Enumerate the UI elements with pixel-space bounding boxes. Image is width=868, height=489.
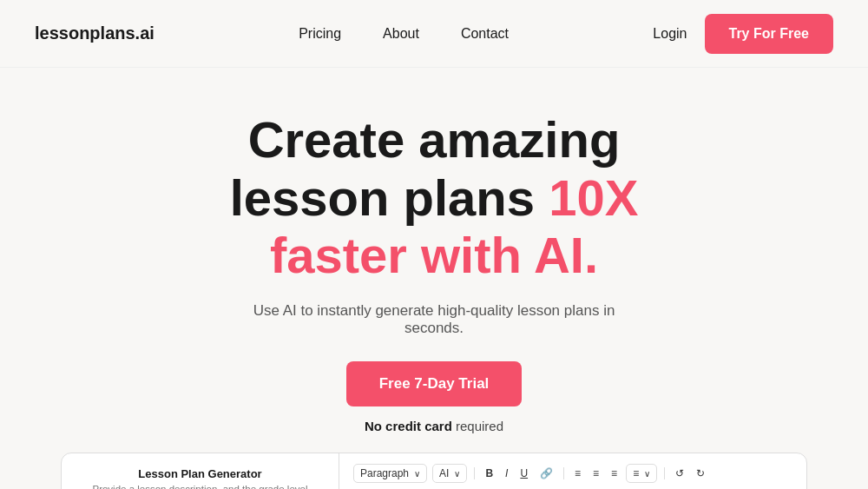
paragraph-label: Paragraph [360, 467, 409, 479]
free-trial-button[interactable]: Free 7-Day Trial [346, 361, 523, 406]
align-dropdown[interactable]: ≡ ∨ [626, 464, 657, 483]
italic-button[interactable]: I [502, 466, 511, 480]
navbar: lessonplans.ai Pricing About Contact Log… [0, 0, 868, 68]
paragraph-chevron-icon: ∨ [414, 469, 420, 479]
bullet-list-button[interactable]: ≡ [571, 466, 584, 480]
no-credit-card-text: No credit card required [365, 419, 503, 433]
preview-container: Lesson Plan Generator Provide a lesson d… [0, 453, 868, 489]
hero-section: Create amazing lesson plans 10X faster w… [0, 68, 868, 489]
ai-label: AI [439, 467, 449, 479]
nav-links: Pricing About Contact [299, 26, 509, 42]
hero-title-line2: lesson plans [230, 169, 549, 226]
undo-button[interactable]: ↺ [672, 466, 687, 480]
login-button[interactable]: Login [653, 26, 687, 42]
paragraph-dropdown[interactable]: Paragraph ∨ [353, 464, 427, 483]
toolbar-separator-2 [563, 467, 564, 479]
preview-right-panel: Paragraph ∨ AI ∨ B I U 🔗 ≡ ≡ ≡ [339, 453, 806, 489]
no-credit-card-bold: No credit card [365, 419, 452, 433]
nav-about[interactable]: About [383, 26, 419, 42]
ai-dropdown[interactable]: AI ∨ [432, 464, 467, 483]
align-chevron-icon: ∨ [644, 469, 650, 479]
lesson-plan-generator-desc: Provide a lesson description, and the gr… [79, 484, 321, 489]
hero-title-line1: Create amazing [248, 111, 621, 168]
bold-button[interactable]: B [482, 466, 496, 480]
hero-title-line3: faster with AI. [270, 227, 598, 283]
lesson-plan-generator-title: Lesson Plan Generator [79, 467, 321, 480]
indent-button[interactable]: ≡ [608, 466, 621, 480]
no-credit-card-suffix: required [452, 419, 503, 433]
logo: lessonplans.ai [35, 23, 155, 43]
logo-suffix: .ai [135, 23, 155, 43]
preview-card: Lesson Plan Generator Provide a lesson d… [61, 453, 807, 489]
underline-button[interactable]: U [516, 466, 531, 480]
hero-title-highlight: 10X [549, 169, 638, 226]
link-button[interactable]: 🔗 [536, 466, 556, 480]
editor-toolbar: Paragraph ∨ AI ∨ B I U 🔗 ≡ ≡ ≡ [353, 464, 792, 483]
nav-contact[interactable]: Contact [461, 26, 509, 42]
navbar-actions: Login Try For Free [653, 14, 833, 54]
try-for-free-button[interactable]: Try For Free [705, 14, 833, 54]
toolbar-separator-3 [664, 467, 665, 479]
hero-title: Create amazing lesson plans 10X faster w… [230, 111, 639, 285]
nav-pricing[interactable]: Pricing [299, 26, 341, 42]
redo-button[interactable]: ↻ [693, 466, 708, 480]
toolbar-separator-1 [474, 467, 475, 479]
ordered-list-button[interactable]: ≡ [589, 466, 602, 480]
preview-left-panel: Lesson Plan Generator Provide a lesson d… [62, 453, 339, 489]
align-icon: ≡ [633, 467, 639, 479]
logo-text: lessonplans [35, 23, 135, 43]
ai-chevron-icon: ∨ [454, 469, 460, 479]
hero-subtitle: Use AI to instantly generate high-qualit… [226, 302, 642, 337]
